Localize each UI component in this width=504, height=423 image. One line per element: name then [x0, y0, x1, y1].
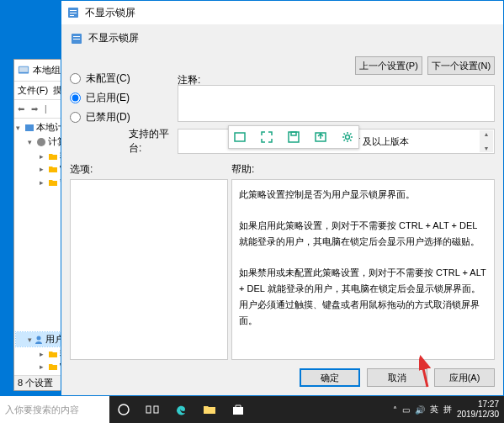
ok-button[interactable]: 确定 [300, 368, 360, 387]
taskview-icon[interactable] [138, 396, 167, 423]
store-icon[interactable] [224, 396, 252, 423]
explorer-icon[interactable] [195, 396, 224, 423]
svg-rect-20 [233, 407, 243, 415]
dialog-titlebar: 不显示锁屏 [61, 1, 503, 24]
taskbar-clock[interactable]: 17:27 2019/12/30 [457, 399, 499, 420]
svg-point-3 [37, 138, 45, 146]
cancel-button[interactable]: 取消 [367, 368, 427, 387]
svg-rect-7 [70, 13, 77, 13]
svg-point-4 [37, 336, 41, 340]
tray-up-icon[interactable]: ˄ [393, 405, 397, 415]
taskbar: 入你要搜索的内容 ˄ ▭ 🔊 英 拼 17:27 2019/12/30 [0, 396, 504, 423]
fullscreen-icon[interactable] [259, 130, 274, 145]
svg-rect-2 [25, 124, 34, 131]
svg-point-17 [119, 404, 129, 415]
help-box: 此策略设置控制是否为用户显示锁屏界面。 如果启用此策略设置，则对于不需要按 CT… [231, 179, 495, 360]
cortana-icon[interactable] [109, 396, 138, 423]
edge-icon[interactable] [167, 396, 195, 423]
comment-textarea[interactable] [178, 85, 495, 122]
scrollbar[interactable]: ▴▾ [480, 130, 493, 152]
svg-rect-12 [235, 133, 245, 141]
help-label: 帮助: [231, 162, 495, 177]
svg-rect-13 [289, 132, 299, 142]
svg-rect-10 [73, 36, 80, 37]
share-icon[interactable] [313, 130, 328, 145]
prev-setting-button[interactable]: 上一个设置(P) [355, 56, 422, 75]
svg-rect-8 [70, 15, 74, 16]
next-setting-button[interactable]: 下一个设置(N) [427, 56, 495, 75]
svg-rect-18 [146, 406, 151, 413]
svg-rect-11 [73, 39, 80, 40]
policy-name-row: 不显示锁屏 [70, 31, 495, 45]
options-label: 选项: [70, 162, 228, 177]
svg-rect-6 [70, 10, 77, 11]
radio-disabled[interactable] [70, 112, 81, 123]
ime-lang[interactable]: 英 [430, 404, 438, 415]
svg-rect-1 [19, 66, 29, 71]
platform-label: 支持的平台: [129, 127, 178, 156]
svg-rect-19 [154, 406, 158, 413]
rect-icon[interactable] [232, 130, 247, 145]
svg-point-16 [346, 135, 350, 140]
svg-rect-14 [291, 132, 296, 135]
radio-enabled[interactable] [70, 93, 81, 103]
save-icon[interactable] [286, 130, 301, 145]
tray-network-icon[interactable]: ▭ [402, 405, 410, 415]
gear-icon[interactable] [340, 130, 355, 145]
options-box [70, 179, 228, 360]
tray-volume-icon[interactable]: 🔊 [415, 405, 425, 415]
apply-button[interactable]: 应用(A) [434, 368, 495, 387]
policy-dialog: 不显示锁屏 不显示锁屏 上一个设置(P) 下一个设置(N) 未配置(C) 已启用… [61, 0, 504, 396]
taskbar-search[interactable]: 入你要搜索的内容 [0, 396, 109, 423]
radio-not-configured[interactable] [70, 73, 81, 84]
ime-mode[interactable]: 拼 [443, 404, 452, 415]
screenshot-float-toolbar [228, 125, 359, 149]
